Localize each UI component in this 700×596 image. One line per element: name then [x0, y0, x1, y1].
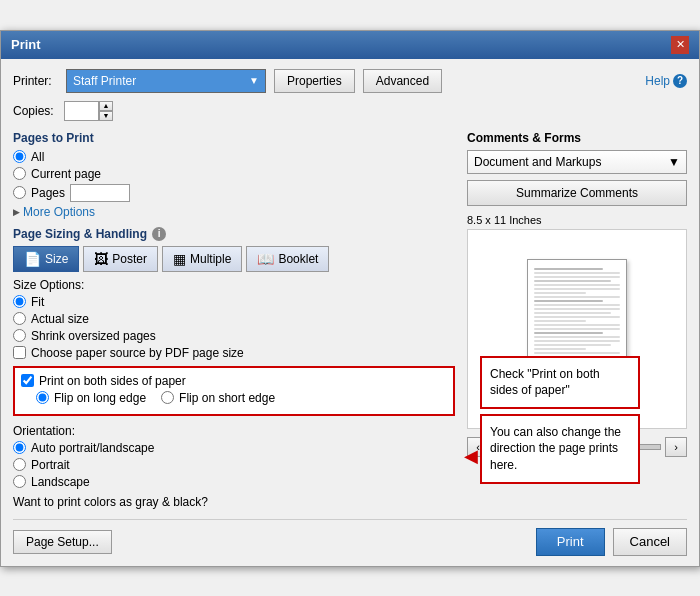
next-page-button[interactable]: ›: [665, 437, 687, 457]
print-dialog: Print ✕ Printer: Staff Printer ▼ Propert…: [0, 30, 700, 567]
pages-to-print-title: Pages to Print: [13, 131, 455, 145]
printer-dropdown[interactable]: Staff Printer ▼: [66, 69, 266, 93]
help-icon: ?: [673, 74, 687, 88]
flip-long-edge-option[interactable]: Flip on long edge: [36, 391, 146, 405]
size-options-label: Size Options:: [13, 278, 455, 292]
advanced-button[interactable]: Advanced: [363, 69, 442, 93]
shrink-label: Shrink oversized pages: [31, 329, 156, 343]
printer-value: Staff Printer: [73, 74, 136, 88]
auto-portrait-option[interactable]: Auto portrait/landscape: [13, 441, 455, 455]
pdf-page-size-option[interactable]: Choose paper source by PDF page size: [13, 346, 455, 360]
page-sizing-title: Page Sizing & Handling: [13, 227, 147, 241]
duplex-callout-text: Check "Print on both sides of paper": [490, 367, 600, 398]
orientation-section: Orientation: Auto portrait/landscape Por…: [13, 424, 455, 489]
pdf-page-label: Choose paper source by PDF page size: [31, 346, 244, 360]
duplex-section: Print on both sides of paper Flip on lon…: [13, 366, 455, 416]
booklet-tab-icon: 📖: [257, 251, 274, 267]
help-label: Help: [645, 74, 670, 88]
actual-size-label: Actual size: [31, 312, 89, 326]
dialog-footer: Page Setup... Print Cancel: [13, 519, 687, 556]
pages-range-option[interactable]: Pages 1 - 3: [13, 184, 455, 202]
multiple-tab[interactable]: ▦ Multiple: [162, 246, 242, 272]
triangle-icon: ▶: [13, 207, 20, 217]
all-label: All: [31, 150, 44, 164]
size-tab-icon: 📄: [24, 251, 41, 267]
portrait-option[interactable]: Portrait: [13, 458, 455, 472]
properties-button[interactable]: Properties: [274, 69, 355, 93]
copies-input[interactable]: 1: [64, 101, 99, 121]
dropdown-arrow-icon: ▼: [249, 75, 259, 86]
booklet-tab-label: Booklet: [278, 252, 318, 266]
orientation-arrow-icon: ◀: [464, 444, 478, 469]
copies-down-button[interactable]: ▼: [99, 111, 113, 121]
poster-tab-label: Poster: [112, 252, 147, 266]
duplex-callout: Check "Print on both sides of paper": [480, 356, 640, 410]
landscape-option[interactable]: Landscape: [13, 475, 455, 489]
print-both-sides-label: Print on both sides of paper: [39, 374, 186, 388]
poster-tab-icon: 🖼: [94, 251, 108, 267]
portrait-label: Portrait: [31, 458, 70, 472]
summarize-comments-button[interactable]: Summarize Comments: [467, 180, 687, 206]
page-sizing-header: Page Sizing & Handling i: [13, 227, 455, 241]
landscape-label: Landscape: [31, 475, 90, 489]
page-sizing-tabs: 📄 Size 🖼 Poster ▦ Multiple 📖 Booklet: [13, 246, 455, 272]
help-link[interactable]: Help ?: [645, 74, 687, 88]
print-button[interactable]: Print: [536, 528, 605, 556]
poster-tab[interactable]: 🖼 Poster: [83, 246, 158, 272]
current-page-option[interactable]: Current page: [13, 167, 455, 181]
close-button[interactable]: ✕: [671, 36, 689, 54]
page-setup-button[interactable]: Page Setup...: [13, 530, 112, 554]
more-options-toggle[interactable]: ▶ More Options: [13, 205, 455, 219]
size-tab[interactable]: 📄 Size: [13, 246, 79, 272]
cancel-button[interactable]: Cancel: [613, 528, 687, 556]
comments-forms-section: Comments & Forms Document and Markups ▼ …: [467, 131, 687, 206]
orientation-title: Orientation:: [13, 424, 455, 438]
flip-short-label: Flip on short edge: [179, 391, 275, 405]
dialog-title: Print: [11, 37, 41, 52]
fit-option[interactable]: Fit: [13, 295, 455, 309]
comments-forms-title: Comments & Forms: [467, 131, 687, 145]
flip-long-label: Flip on long edge: [54, 391, 146, 405]
fit-label: Fit: [31, 295, 44, 309]
comments-forms-value: Document and Markups: [474, 155, 601, 169]
preview-size-label: 8.5 x 11 Inches: [467, 214, 687, 226]
pages-label: Pages: [31, 186, 65, 200]
auto-label: Auto portrait/landscape: [31, 441, 154, 455]
pages-range-input[interactable]: 1 - 3: [70, 184, 130, 202]
more-options-label: More Options: [23, 205, 95, 219]
print-both-sides-option[interactable]: Print on both sides of paper: [21, 374, 447, 388]
current-page-label: Current page: [31, 167, 101, 181]
multiple-tab-label: Multiple: [190, 252, 231, 266]
orientation-callout-text: You can also change the direction the pa…: [490, 425, 621, 473]
info-icon: i: [152, 227, 166, 241]
booklet-tab[interactable]: 📖 Booklet: [246, 246, 329, 272]
orientation-callout: You can also change the direction the pa…: [480, 414, 640, 484]
copies-up-button[interactable]: ▲: [99, 101, 113, 111]
comments-forms-arrow-icon: ▼: [668, 155, 680, 169]
flip-short-edge-option[interactable]: Flip on short edge: [161, 391, 275, 405]
shrink-option[interactable]: Shrink oversized pages: [13, 329, 455, 343]
comments-forms-dropdown[interactable]: Document and Markups ▼: [467, 150, 687, 174]
title-bar: Print ✕: [1, 31, 699, 59]
multiple-tab-icon: ▦: [173, 251, 186, 267]
size-tab-label: Size: [45, 252, 68, 266]
gray-black-question: Want to print colors as gray & black?: [13, 495, 455, 509]
copies-spinner[interactable]: 1 ▲ ▼: [64, 101, 113, 121]
actual-size-option[interactable]: Actual size: [13, 312, 455, 326]
all-pages-option[interactable]: All: [13, 150, 455, 164]
printer-label: Printer:: [13, 74, 58, 88]
copies-label: Copies:: [13, 104, 58, 118]
